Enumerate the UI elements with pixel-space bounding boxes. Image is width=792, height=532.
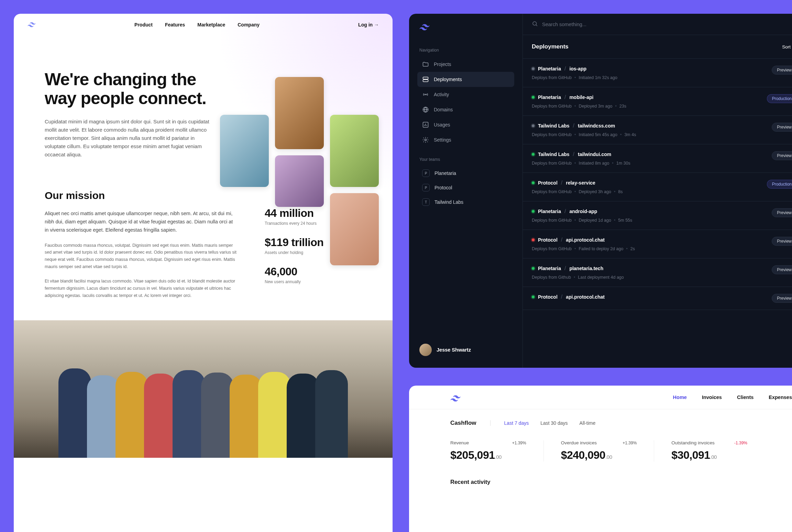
gallery-image bbox=[330, 193, 379, 265]
deployment-row[interactable]: Planetaria / android-app Deploys from Gi… bbox=[523, 201, 792, 230]
sidebar-item-domains[interactable]: Domains bbox=[417, 102, 514, 117]
nav-link-product[interactable]: Product bbox=[134, 22, 153, 27]
page-title: Deployments bbox=[532, 43, 569, 50]
deployment-row[interactable]: Protocol / api.protocol.chat Preview bbox=[523, 287, 792, 310]
cashflow-header: Cashflow Last 7 days Last 30 days All-ti… bbox=[409, 409, 792, 426]
logo-icon bbox=[417, 22, 514, 34]
deployments-list: Planetaria / ios-app Deploys from GitHub… bbox=[523, 59, 792, 368]
nav-link-expenses[interactable]: Expenses bbox=[769, 395, 792, 400]
env-pill: Preview bbox=[772, 294, 792, 303]
env-pill: Preview bbox=[772, 208, 792, 217]
nav-link-clients[interactable]: Clients bbox=[737, 395, 754, 400]
main-content: Search something... Deployments Sort by … bbox=[522, 14, 792, 368]
user-profile[interactable]: Jesse Shwartz bbox=[417, 340, 514, 359]
source: Deploys from GitHub bbox=[532, 75, 572, 80]
team-label: Planetaria bbox=[434, 170, 456, 176]
svg-point-5 bbox=[425, 139, 427, 141]
sidebar-item-label: Deployments bbox=[434, 77, 462, 82]
period-tabs: Last 7 days Last 30 days All-time bbox=[490, 420, 596, 426]
hero-photo bbox=[14, 320, 393, 458]
deployment-row[interactable]: Planetaria / mobile-api Deploys from Git… bbox=[523, 87, 792, 116]
recent-activity-heading: Recent activity bbox=[409, 475, 792, 489]
nav-link-company[interactable]: Company bbox=[238, 22, 260, 27]
source: Deploys from GitHub bbox=[532, 218, 572, 223]
deployment-row[interactable]: Planetaria / ios-app Deploys from GitHub… bbox=[523, 59, 792, 87]
project-name: planetaria.tech bbox=[569, 266, 603, 271]
login-link[interactable]: Log in → bbox=[358, 22, 379, 27]
deployment-meta: Deploys from GitHub•Deployed 1d ago•5m 5… bbox=[532, 218, 772, 223]
sidebar-item-label: Settings bbox=[434, 137, 451, 143]
search-placeholder: Search something... bbox=[542, 22, 586, 27]
source: Deploys from GitHub bbox=[532, 246, 572, 251]
slash: / bbox=[561, 294, 562, 300]
org-name: Planetaria bbox=[538, 95, 561, 100]
nav-link-invoices[interactable]: Invoices bbox=[702, 395, 722, 400]
metric-value: $30,091.00 bbox=[671, 449, 747, 462]
env-pill: Preview bbox=[772, 123, 792, 132]
sort-button[interactable]: Sort by bbox=[782, 44, 792, 49]
status: Initiated 1m 32s ago bbox=[579, 75, 617, 80]
search-input[interactable]: Search something... bbox=[523, 14, 792, 35]
nav-link-marketplace[interactable]: Marketplace bbox=[197, 22, 225, 27]
team-item-planetaria[interactable]: P Planetaria bbox=[417, 166, 514, 180]
team-item-protocol[interactable]: P Protocol bbox=[417, 180, 514, 195]
org-name: Tailwind Labs bbox=[538, 123, 570, 129]
tab-all-time[interactable]: All-time bbox=[580, 420, 596, 426]
tab-last-7-days[interactable]: Last 7 days bbox=[504, 420, 529, 426]
sidebar-item-usages[interactable]: Usages bbox=[417, 117, 514, 132]
sidebar-item-activity[interactable]: Activity bbox=[417, 87, 514, 102]
env-pill: Preview bbox=[772, 66, 792, 75]
metric-delta: +1.39% bbox=[512, 441, 526, 445]
deployment-meta: Deploys from GitHub•Initiated 8m ago•1m … bbox=[532, 161, 772, 166]
globe-icon bbox=[422, 106, 429, 113]
sidebar-item-projects[interactable]: Projects bbox=[417, 57, 514, 72]
teams-section: Your teams P Planetaria P Protocol T Tai… bbox=[417, 157, 514, 209]
deployment-meta: Deploys from GitHub•Initiated 1m 32s ago bbox=[532, 75, 772, 80]
project-name: ios-app bbox=[569, 66, 586, 71]
gallery-image bbox=[220, 115, 269, 187]
org-name: Planetaria bbox=[538, 66, 561, 71]
server-icon bbox=[422, 76, 429, 83]
slash: / bbox=[573, 123, 574, 129]
status-dot bbox=[532, 296, 535, 298]
status: Failed to deploy 2d ago bbox=[579, 246, 623, 251]
project-name: api.protocol.chat bbox=[566, 237, 605, 243]
deployment-row[interactable]: Tailwind Labs / tailwindcss.com Deploys … bbox=[523, 116, 792, 144]
sidebar-item-deployments[interactable]: Deployments bbox=[417, 72, 514, 87]
logo-icon bbox=[28, 22, 36, 27]
nav-link-home[interactable]: Home bbox=[673, 395, 687, 400]
mission-p2: Faucibus commodo massa rhoncus, volutpat… bbox=[45, 242, 237, 270]
tab-last-30-days[interactable]: Last 30 days bbox=[540, 420, 568, 426]
duration: 5m 55s bbox=[618, 218, 632, 223]
org-name: Protocol bbox=[538, 294, 558, 300]
logo-icon bbox=[450, 395, 461, 403]
metric-value: $240,090.00 bbox=[561, 449, 637, 462]
project-name: tailwindui.com bbox=[578, 152, 611, 157]
mission-p1: Aliquet nec orci mattis amet quisque ull… bbox=[45, 210, 237, 234]
deployment-row[interactable]: Protocol / api.protocol.chat Deploys fro… bbox=[523, 230, 792, 258]
gear-icon bbox=[422, 136, 429, 143]
deployment-row[interactable]: Planetaria / planetaria.tech Deploys fro… bbox=[523, 258, 792, 287]
sidebar-item-settings[interactable]: Settings bbox=[417, 132, 514, 147]
team-item-tailwind-labs[interactable]: T Tailwind Labs bbox=[417, 195, 514, 209]
svg-point-6 bbox=[533, 22, 537, 25]
org-name: Protocol bbox=[538, 237, 558, 243]
sidebar-item-label: Domains bbox=[434, 107, 453, 112]
deployment-row[interactable]: Protocol / relay-service Deploys from Gi… bbox=[523, 173, 792, 201]
sidebar: Navigation Projects Deployments Activity… bbox=[409, 14, 522, 368]
deployment-row[interactable]: Tailwind Labs / tailwindui.com Deploys f… bbox=[523, 144, 792, 173]
hero-body: Cupidatat minim id magna ipsum sint dolo… bbox=[45, 118, 210, 159]
metric-value: $205,091.00 bbox=[450, 449, 526, 462]
svg-rect-0 bbox=[423, 77, 428, 79]
source: Deploys from GitHub bbox=[532, 189, 572, 194]
nav-links: Product Features Marketplace Company bbox=[134, 22, 260, 27]
team-label: Tailwind Labs bbox=[434, 199, 463, 205]
folder-icon bbox=[422, 61, 429, 68]
slash: / bbox=[564, 265, 566, 271]
org-name: Planetaria bbox=[538, 209, 561, 214]
project-name: api.protocol.chat bbox=[566, 294, 605, 300]
nav-link-features[interactable]: Features bbox=[165, 22, 185, 27]
slash: / bbox=[564, 66, 566, 72]
env-pill: Preview bbox=[772, 151, 792, 160]
env-pill: Preview bbox=[772, 265, 792, 274]
